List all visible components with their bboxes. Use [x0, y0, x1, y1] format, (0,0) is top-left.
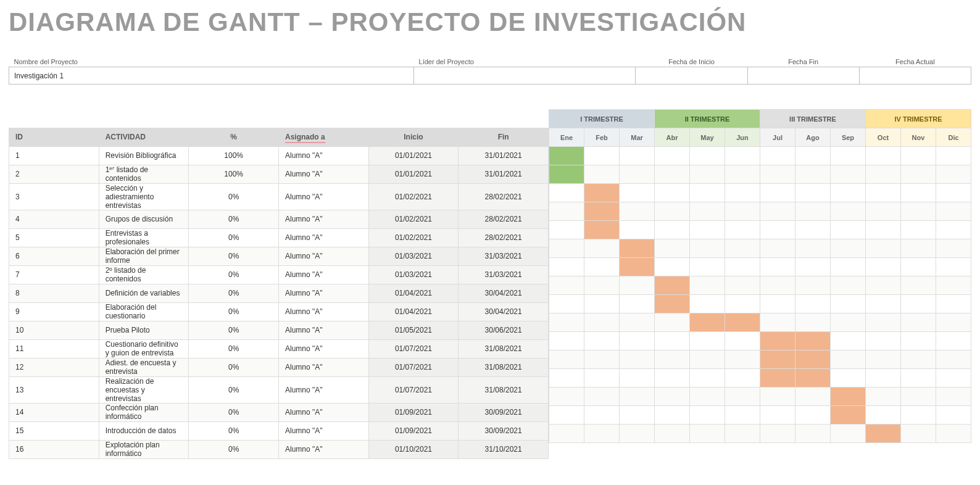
task-assigned[interactable]: Alumno "A" — [278, 183, 368, 210]
timeline-cell[interactable] — [584, 239, 620, 258]
timeline-cell[interactable] — [655, 221, 690, 239]
task-assigned[interactable]: Alumno "A" — [278, 403, 368, 421]
timeline-cell[interactable] — [655, 350, 690, 369]
timeline-cell[interactable] — [690, 258, 725, 276]
task-id[interactable]: 3 — [9, 183, 99, 210]
timeline-cell[interactable] — [866, 295, 901, 313]
timeline-cell[interactable] — [584, 276, 620, 295]
timeline-cell[interactable] — [901, 425, 936, 443]
timeline-cell[interactable] — [901, 165, 936, 184]
timeline-cell[interactable] — [690, 184, 725, 202]
timeline-cell[interactable] — [760, 313, 795, 332]
task-end[interactable]: 30/04/2021 — [459, 302, 549, 321]
timeline-cell[interactable] — [901, 332, 936, 350]
timeline-cell[interactable] — [936, 425, 971, 443]
end-date-field[interactable] — [747, 67, 859, 85]
task-start[interactable]: 01/04/2021 — [368, 284, 459, 302]
timeline-cell[interactable] — [725, 221, 760, 239]
timeline-cell[interactable] — [760, 276, 795, 295]
timeline-cell[interactable] — [620, 313, 655, 332]
timeline-cell[interactable] — [690, 406, 725, 425]
timeline-cell[interactable] — [620, 406, 655, 425]
timeline-cell[interactable] — [620, 388, 655, 406]
timeline-cell[interactable] — [584, 202, 620, 221]
task-start[interactable]: 01/05/2021 — [368, 321, 459, 339]
task-activity[interactable]: Entrevistas a profesionales — [99, 228, 189, 247]
timeline-cell[interactable] — [831, 184, 866, 202]
timeline-cell[interactable] — [760, 388, 795, 406]
timeline-cell[interactable] — [795, 221, 831, 239]
task-pct[interactable]: 100% — [189, 165, 279, 183]
timeline-cell[interactable] — [936, 369, 971, 388]
timeline-cell[interactable] — [760, 258, 795, 276]
timeline-cell[interactable] — [866, 350, 901, 369]
task-pct[interactable]: 0% — [189, 358, 279, 376]
task-assigned[interactable]: Alumno "A" — [278, 321, 368, 339]
task-assigned[interactable]: Alumno "A" — [278, 421, 368, 440]
timeline-cell[interactable] — [831, 369, 866, 388]
timeline-cell[interactable] — [549, 147, 584, 165]
task-assigned[interactable]: Alumno "A" — [278, 210, 368, 228]
task-activity[interactable]: Elaboración del cuestionario — [99, 302, 189, 321]
timeline-cell[interactable] — [584, 184, 620, 202]
timeline-cell[interactable] — [690, 295, 725, 313]
timeline-cell[interactable] — [901, 221, 936, 239]
task-pct[interactable]: 0% — [189, 339, 279, 358]
timeline-cell[interactable] — [936, 184, 971, 202]
task-assigned[interactable]: Alumno "A" — [278, 247, 368, 265]
timeline-cell[interactable] — [866, 147, 901, 165]
timeline-cell[interactable] — [620, 425, 655, 443]
timeline-cell[interactable] — [725, 202, 760, 221]
timeline-cell[interactable] — [584, 221, 620, 239]
task-assigned[interactable]: Alumno "A" — [278, 302, 368, 321]
task-id[interactable]: 6 — [9, 247, 99, 265]
task-start[interactable]: 01/04/2021 — [368, 302, 459, 321]
timeline-cell[interactable] — [936, 313, 971, 332]
timeline-cell[interactable] — [901, 239, 936, 258]
task-id[interactable]: 12 — [9, 358, 99, 376]
timeline-cell[interactable] — [584, 147, 620, 165]
timeline-cell[interactable] — [620, 221, 655, 239]
timeline-cell[interactable] — [795, 313, 831, 332]
timeline-cell[interactable] — [690, 221, 725, 239]
timeline-cell[interactable] — [831, 276, 866, 295]
task-end[interactable]: 30/04/2021 — [459, 284, 549, 302]
timeline-cell[interactable] — [795, 332, 831, 350]
task-activity[interactable]: Explotación plan informático — [99, 440, 189, 458]
task-id[interactable]: 11 — [9, 339, 99, 358]
timeline-cell[interactable] — [901, 388, 936, 406]
timeline-cell[interactable] — [831, 295, 866, 313]
timeline-cell[interactable] — [936, 221, 971, 239]
task-start[interactable]: 01/10/2021 — [368, 440, 459, 458]
task-end[interactable]: 30/09/2021 — [459, 403, 549, 421]
timeline-cell[interactable] — [795, 425, 831, 443]
task-id[interactable]: 5 — [9, 228, 99, 247]
task-id[interactable]: 7 — [9, 265, 99, 284]
task-start[interactable]: 01/02/2021 — [368, 210, 459, 228]
timeline-cell[interactable] — [655, 184, 690, 202]
timeline-cell[interactable] — [795, 165, 831, 184]
timeline-cell[interactable] — [620, 165, 655, 184]
task-pct[interactable]: 0% — [189, 284, 279, 302]
timeline-cell[interactable] — [901, 147, 936, 165]
timeline-cell[interactable] — [866, 221, 901, 239]
timeline-cell[interactable] — [866, 313, 901, 332]
task-end[interactable]: 30/09/2021 — [459, 421, 549, 440]
task-activity[interactable]: 2º listado de contenidos — [99, 265, 189, 284]
timeline-cell[interactable] — [831, 332, 866, 350]
task-pct[interactable]: 0% — [189, 376, 279, 403]
timeline-cell[interactable] — [936, 332, 971, 350]
task-activity[interactable]: Cuestionario definitivo y guion de entre… — [99, 339, 189, 358]
timeline-cell[interactable] — [584, 313, 620, 332]
timeline-cell[interactable] — [866, 165, 901, 184]
task-id[interactable]: 10 — [9, 321, 99, 339]
task-assigned[interactable]: Alumno "A" — [278, 165, 368, 183]
timeline-cell[interactable] — [655, 313, 690, 332]
timeline-cell[interactable] — [901, 295, 936, 313]
task-assigned[interactable]: Alumno "A" — [278, 284, 368, 302]
timeline-cell[interactable] — [655, 388, 690, 406]
task-end[interactable]: 31/08/2021 — [459, 376, 549, 403]
timeline-cell[interactable] — [936, 406, 971, 425]
timeline-cell[interactable] — [690, 369, 725, 388]
timeline-cell[interactable] — [549, 239, 584, 258]
